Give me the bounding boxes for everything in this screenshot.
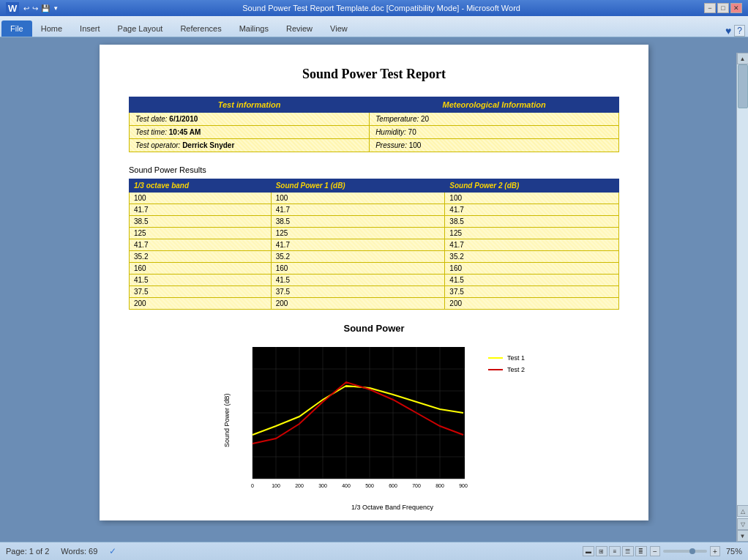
data-row: 160160160 [130, 263, 619, 275]
temp-value: 20 [421, 115, 429, 123]
window-controls: − □ ✕ [704, 3, 742, 13]
status-right: ▬ ⊞ ≡ ☰ ≣ − + 75% [583, 546, 742, 556]
info-header-1: Test information [130, 97, 370, 113]
info-cell-humidity: Humidity: 70 [370, 126, 619, 139]
web-layout-btn[interactable]: ≡ [609, 546, 621, 556]
maximize-button[interactable]: □ [717, 3, 729, 13]
data-cell-1-0: 41.7 [130, 204, 272, 216]
svg-text:20: 20 [244, 432, 250, 437]
scrollbar-thumb[interactable] [738, 64, 748, 108]
page-title: Sound Power Test Report [129, 67, 619, 82]
svg-text:900: 900 [459, 483, 468, 488]
chart-svg: 0 10 20 30 40 50 60 0 [231, 340, 479, 501]
scrollbar-down[interactable]: ▼ [737, 530, 749, 542]
data-row: 41.741.741.7 [130, 239, 619, 251]
document-page: Sound Power Test Report Test information… [100, 45, 648, 520]
info-cell-temp: Temperature: 20 [370, 113, 619, 126]
data-cell-8-1: 37.5 [271, 286, 445, 298]
outline-btn[interactable]: ☰ [622, 546, 634, 556]
close-button[interactable]: ✕ [730, 3, 742, 13]
data-cell-9-1: 200 [271, 298, 445, 310]
data-row: 200200200 [130, 298, 619, 310]
page-info: Page: 1 of 2 [6, 547, 49, 556]
tab-file[interactable]: File [1, 20, 32, 37]
data-cell-5-2: 35.2 [445, 251, 619, 263]
data-header-2: Sound Power 1 (dB) [271, 179, 445, 193]
ribbon: File Home Insert Page Layout References … [0, 16, 748, 37]
data-cell-0-2: 100 [445, 193, 619, 204]
ribbon-tabs: File Home Insert Page Layout References … [0, 16, 748, 37]
data-row: 100100100 [130, 193, 619, 204]
question-icon[interactable]: ? [734, 25, 745, 37]
svg-text:30: 30 [244, 410, 250, 415]
data-row: 38.538.538.5 [130, 216, 619, 228]
info-header-2: Meteorological Information [370, 97, 619, 113]
qat-redo[interactable]: ↪ [32, 4, 38, 12]
data-cell-7-0: 41.5 [130, 275, 272, 286]
qat-undo[interactable]: ↩ [23, 4, 29, 12]
svg-text:600: 600 [389, 483, 397, 488]
data-cell-9-2: 200 [445, 298, 619, 310]
data-cell-2-0: 38.5 [130, 216, 272, 228]
tab-home[interactable]: Home [32, 20, 71, 37]
scrollbar-up[interactable]: ▲ [737, 53, 749, 64]
time-label: Test time: [135, 128, 169, 136]
svg-text:500: 500 [365, 483, 374, 488]
info-cell-time: Test time: 10:45 AM [130, 126, 370, 139]
legend-item-1: Test 1 [488, 354, 525, 362]
chart-legend: Test 1 Test 2 [488, 354, 525, 373]
data-header-1: 1/3 octave band [130, 179, 272, 193]
tab-review[interactable]: Review [277, 20, 321, 37]
window-title: Sound Power Test Report Template.doc [Co… [59, 4, 704, 12]
help-icon[interactable]: ♥ [725, 25, 731, 37]
info-row-2: Test time: 10:45 AM Humidity: 70 [130, 126, 619, 139]
tab-references[interactable]: References [171, 20, 230, 37]
print-layout-btn[interactable]: ▬ [583, 546, 594, 556]
operator-label: Test operator: [135, 141, 182, 149]
svg-text:700: 700 [412, 483, 421, 488]
view-buttons: ▬ ⊞ ≡ ☰ ≣ [583, 546, 647, 556]
check-icon: ✓ [109, 546, 116, 556]
zoom-out-btn[interactable]: − [650, 546, 660, 556]
temp-label: Temperature: [375, 115, 421, 123]
date-value: 6/1/2010 [169, 115, 198, 123]
info-cell-date: Test date: 6/1/2010 [130, 113, 370, 126]
data-cell-7-2: 41.5 [445, 275, 619, 286]
svg-text:400: 400 [342, 483, 351, 488]
status-bar: Page: 1 of 2 Words: 69 ✓ ▬ ⊞ ≡ ☰ ≣ − + 7… [0, 542, 748, 560]
y-axis-label: Sound Power (dB) [223, 362, 231, 479]
data-cell-0-1: 100 [271, 193, 445, 204]
tab-view[interactable]: View [321, 20, 356, 37]
qat-save[interactable]: 💾 [41, 4, 50, 12]
minimize-button[interactable]: − [704, 3, 716, 13]
qat-dropdown[interactable]: ▼ [53, 5, 59, 12]
chart-container: Sound Power (dB) 0 10 20 30 40 50 [129, 340, 619, 501]
draft-btn[interactable]: ≣ [635, 546, 647, 556]
info-row-3: Test operator: Derrick Snyder Pressure: … [130, 139, 619, 152]
data-cell-6-1: 160 [271, 263, 445, 275]
legend-color-1 [488, 357, 503, 359]
svg-text:10: 10 [244, 454, 250, 459]
zoom-in-btn[interactable]: + [710, 546, 720, 556]
tab-insert[interactable]: Insert [71, 20, 109, 37]
legend-color-2 [488, 369, 503, 370]
tab-mailings[interactable]: Mailings [231, 20, 277, 37]
data-row: 41.741.741.7 [130, 204, 619, 216]
scrollbar-page-up[interactable]: △ [737, 505, 749, 517]
scrollbar-page-down[interactable]: ▽ [737, 518, 749, 530]
zoom-slider[interactable] [663, 550, 707, 553]
data-cell-5-0: 35.2 [130, 251, 272, 263]
data-cell-5-1: 35.2 [271, 251, 445, 263]
data-cell-7-1: 41.5 [271, 275, 445, 286]
svg-text:60: 60 [244, 346, 250, 351]
data-row: 35.235.235.2 [130, 251, 619, 263]
word-count: Words: 69 [61, 547, 97, 556]
data-cell-1-1: 41.7 [271, 204, 445, 216]
zoom-slider-thumb[interactable] [689, 548, 695, 554]
data-cell-8-2: 37.5 [445, 286, 619, 298]
full-screen-btn[interactable]: ⊞ [596, 546, 607, 556]
tab-page-layout[interactable]: Page Layout [109, 20, 172, 37]
svg-text:300: 300 [318, 483, 327, 488]
scrollbar-track[interactable] [737, 64, 748, 505]
data-header-3: Sound Power 2 (dB) [445, 179, 619, 193]
